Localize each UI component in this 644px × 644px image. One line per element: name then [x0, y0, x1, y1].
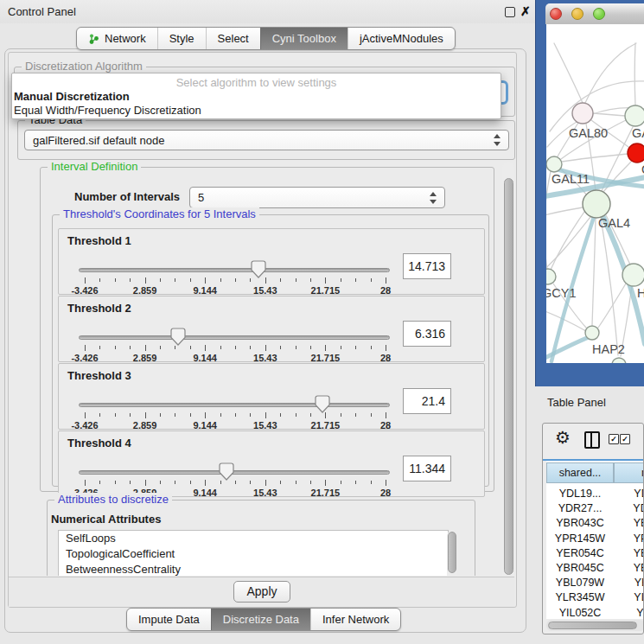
threshold-value-field[interactable]: 11.344 — [403, 456, 451, 481]
network-edge[interactable] — [603, 162, 631, 193]
slider-scale-label: -3.426 — [59, 420, 111, 430]
cell-shared-name: YBL079W — [546, 576, 614, 590]
network-edge[interactable] — [546, 171, 551, 269]
table-row[interactable]: YBR045CYBR0 — [546, 561, 644, 576]
attributes-group-title: Attributes to discretize — [54, 493, 172, 506]
numerical-attributes-list[interactable]: SelfLoopsTopologicalCoefficientBetweenne… — [58, 530, 449, 576]
threshold-value-field[interactable]: 6.316 — [403, 321, 451, 347]
network-node-ga[interactable] — [625, 105, 644, 126]
float-window-icon[interactable] — [505, 7, 515, 17]
table-row[interactable]: YBR043CYBR0 — [546, 516, 644, 531]
network-node-gal4[interactable] — [583, 190, 610, 218]
checkbox-icon-2[interactable]: ✓ — [620, 434, 630, 444]
table-row[interactable]: YDR27...YDR2 — [546, 501, 644, 516]
tab-jactivemnodules[interactable]: jActiveMNodules — [348, 28, 455, 49]
tab-select[interactable]: Select — [206, 28, 260, 49]
network-edge[interactable] — [592, 219, 596, 325]
cell-name: YER0 — [614, 546, 644, 561]
table-panel-window: ⚙ ✓ ✓ shared... na YDL19...YDL1YDR27...Y… — [542, 423, 644, 634]
slider-scale-label: 9.144 — [179, 353, 231, 363]
tab-discretize-data[interactable]: Discretize Data — [211, 609, 310, 630]
network-node-gal11[interactable] — [546, 156, 562, 172]
threshold-slider[interactable]: -3.4262.8599.14415.4321.71528 — [76, 326, 430, 360]
bottom-tab-bar: Impute DataDiscretize DataInfer Network — [126, 608, 401, 631]
column-header-name[interactable]: na — [614, 462, 644, 483]
close-traffic-light-icon[interactable] — [550, 8, 562, 20]
table-horizontal-scrollbar[interactable] — [546, 620, 644, 631]
attribute-list-item[interactable]: SelfLoops — [59, 531, 448, 546]
table-row[interactable]: YDL19...YDL1 — [546, 487, 644, 501]
settings-vertical-scrollbar[interactable] — [502, 162, 514, 597]
threshold-value-field[interactable]: 21.4 — [403, 388, 451, 414]
threshold-slider[interactable]: -3.4262.8599.14415.4321.71528 — [76, 258, 430, 293]
network-node-c[interactable] — [628, 143, 644, 163]
apply-button[interactable]: Apply — [233, 581, 290, 603]
close-icon[interactable]: ✗ — [520, 4, 531, 18]
settings-scroll-viewport[interactable]: Interval Definition Number of Intervals … — [40, 161, 501, 576]
slider-thumb[interactable] — [170, 328, 186, 346]
network-edge[interactable] — [546, 207, 583, 217]
network-edge[interactable] — [598, 284, 626, 328]
tab-style[interactable]: Style — [157, 28, 206, 49]
tab-infer-network[interactable]: Infer Network — [310, 609, 400, 630]
table-row[interactable]: YLR345WYLR3 — [546, 590, 644, 605]
tab-label: Network — [105, 32, 146, 45]
cell-name: YDR2 — [614, 501, 644, 516]
minimize-traffic-light-icon[interactable] — [571, 8, 583, 20]
threshold-slider[interactable]: -3.4262.8599.14415.4321.71528 — [76, 393, 430, 428]
column-header-shared-name[interactable]: shared... — [546, 462, 614, 483]
network-edge[interactable] — [593, 113, 625, 116]
cell-shared-name: YIL052C — [546, 606, 614, 619]
slider-thumb[interactable] — [251, 260, 266, 278]
threshold-label: Threshold 4 — [67, 437, 131, 450]
column-layout-icon[interactable] — [584, 431, 600, 449]
table-panel-title: Table Panel — [547, 396, 606, 409]
slider-track[interactable] — [79, 335, 390, 340]
table-row[interactable]: YBL079WYBL0 — [546, 576, 644, 590]
network-node-h[interactable] — [622, 264, 644, 286]
table-row[interactable]: YIL052CYIL0 — [546, 606, 644, 619]
zoom-traffic-light-icon[interactable] — [593, 8, 605, 20]
network-edge[interactable] — [585, 43, 636, 103]
attribute-list-item[interactable]: TopologicalCoefficient — [59, 546, 448, 562]
checkbox-icon-1[interactable]: ✓ — [609, 434, 619, 444]
algorithm-dropdown-popup: Select algorithm to view settings Manual… — [11, 73, 501, 119]
slider-scale-label: 2.859 — [119, 353, 171, 363]
cell-shared-name: YLR345W — [546, 590, 614, 605]
table-row[interactable]: YPR145WYPR1 — [546, 532, 644, 546]
slider-thumb[interactable] — [219, 462, 234, 481]
threshold-value-field[interactable]: 14.713 — [403, 253, 451, 279]
threshold-slider[interactable]: -3.4262.8599.14415.4321.71528 — [76, 461, 430, 495]
slider-thumb[interactable] — [315, 395, 330, 413]
attribute-list-item[interactable]: BetweennessCentrality — [59, 562, 448, 576]
slider-scale-label: 15.43 — [239, 488, 291, 498]
network-node-hap2[interactable] — [585, 326, 599, 340]
slider-track[interactable] — [79, 403, 390, 407]
popup-option-manual-discretization[interactable]: Manual Discretization — [14, 90, 130, 103]
network-edge[interactable] — [634, 43, 635, 105]
window-title: Control Panel — [8, 5, 76, 18]
slider-track[interactable] — [79, 268, 390, 272]
network-window-titlebar[interactable] — [545, 3, 644, 24]
network-node-gal80[interactable] — [572, 103, 593, 124]
table-settings-gear-icon[interactable]: ⚙ — [555, 429, 571, 446]
network-edge[interactable] — [554, 43, 583, 103]
attributes-list-scrollbar[interactable] — [447, 531, 457, 576]
threshold-label: Threshold 3 — [67, 369, 131, 382]
network-node[interactable] — [612, 358, 626, 363]
popup-option-equal-width-frequency[interactable]: Equal Width/Frequency Discretization — [14, 104, 201, 117]
tab-network[interactable]: Network — [77, 28, 157, 49]
table-data-combobox[interactable]: galFiltered.sif default node — [24, 130, 509, 150]
network-view-canvas[interactable]: GAL80GACGAL11GAL4GCY1HHAP2 — [546, 24, 644, 363]
tab-label: Select — [218, 32, 249, 45]
cell-shared-name: YDR27... — [546, 501, 614, 516]
table-row[interactable]: YER054CYER0 — [546, 546, 644, 561]
tab-impute-data[interactable]: Impute Data — [127, 609, 211, 630]
slider-scale-label: -3.426 — [59, 353, 111, 363]
number-of-intervals-combobox[interactable]: 5 — [189, 187, 445, 208]
cell-shared-name: YBR045C — [546, 561, 614, 576]
slider-track[interactable] — [79, 470, 390, 475]
tab-cyni-toolbox[interactable]: Cyni Toolbox — [260, 28, 348, 49]
table-data-combobox-value: galFiltered.sif default node — [33, 134, 164, 147]
network-node-gcy1[interactable] — [546, 269, 556, 284]
